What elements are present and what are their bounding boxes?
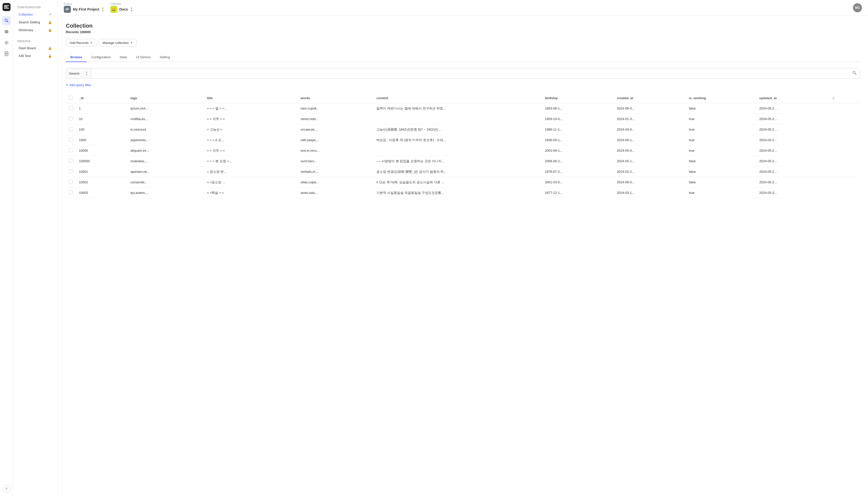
row-checkbox[interactable]	[69, 159, 73, 163]
cell-created-at: 2024-01-3...	[614, 114, 686, 124]
select-all-checkbox[interactable]	[69, 96, 73, 100]
col-header-words: words	[297, 93, 373, 103]
cell-title: = =학설 = =	[204, 187, 298, 198]
collection-chevron-icon[interactable]: ▲▼	[130, 6, 133, 12]
cell-updated-at: 2024-05-2...	[756, 167, 828, 177]
row-checkbox[interactable]	[69, 106, 73, 110]
sidebar-item-dashboard[interactable]: Dash Board 🔒	[15, 44, 56, 52]
cell-is-working: true	[686, 187, 756, 198]
row-checkbox[interactable]	[69, 180, 73, 184]
tab-ui-demos[interactable]: UI Demos	[132, 53, 155, 62]
add-records-button[interactable]: Add Records ▼	[66, 39, 96, 47]
manage-collection-button[interactable]: Manage collection ▼	[99, 39, 137, 47]
collection-label: Collection	[110, 2, 133, 5]
search-type-selector[interactable]: Search ▲▼	[66, 68, 91, 78]
cell-content: # 단순 추가(예: 상습절도의 공소사실에 다른 ...	[373, 177, 542, 187]
sidebar-item-dictionary[interactable]: Dictionary 🔒	[15, 26, 56, 34]
svg-line-14	[855, 74, 856, 75]
table-row: 1000 asperiores,... = = = A 오... odit,sa…	[66, 135, 860, 145]
cell-birthday: 1977-12-1...	[542, 187, 614, 198]
cell-tags: asperiores,...	[127, 135, 204, 145]
cell-is-working: false	[686, 156, 756, 167]
sidebar-item-label: Search Setting	[18, 20, 40, 24]
app-logo	[2, 3, 11, 11]
cell-updated-at: 2024-05-2...	[756, 187, 828, 198]
add-filter-button[interactable]: + Add query filter	[66, 82, 860, 88]
settings-nav-icon[interactable]	[2, 38, 11, 47]
sidebar-item-collection[interactable]: Collection ✓	[15, 10, 56, 18]
collection-selector[interactable]: Collection 😀 Docs ▲▼	[110, 2, 133, 13]
cell-tags: mollitia,ex,...	[127, 114, 204, 124]
svg-rect-6	[5, 31, 8, 32]
search-submit-icon[interactable]	[849, 68, 860, 78]
svg-line-4	[7, 21, 8, 23]
col-header-is-working: is_working	[686, 93, 756, 103]
check-icon: ✓	[49, 12, 52, 16]
tab-browse[interactable]: Browse	[66, 53, 87, 62]
table-row: 10000 aliquam,ex... = = 각주 = = iure,in,r…	[66, 145, 860, 156]
lock-icon: 🔒	[48, 46, 52, 50]
search-input[interactable]	[91, 69, 849, 78]
row-checkbox[interactable]	[69, 117, 73, 120]
table-row: 10002 consectet... = =공소장 ... vitae,culp…	[66, 177, 860, 187]
help-icon[interactable]: ?	[2, 485, 11, 493]
cell-created-at: 2024-06-0...	[614, 103, 686, 114]
sidebar-item-search-setting[interactable]: Search Setting 🔒	[15, 18, 56, 26]
cell-words: vitae,culpa...	[297, 177, 373, 187]
observe-section-label: OBSERVE	[13, 38, 57, 44]
col-header-tags: tags	[127, 93, 204, 103]
cell-content: ---- 사랑방이 봇 편집을 요청하는 곳은 아니지...	[373, 156, 542, 167]
add-column-button[interactable]: +	[831, 96, 835, 100]
search-nav-icon[interactable]	[2, 16, 11, 25]
svg-rect-2	[4, 8, 9, 9]
row-checkbox[interactable]	[69, 191, 73, 194]
project-chevron-icon[interactable]: ▲▼	[101, 6, 104, 12]
project-name: My First Project	[73, 7, 99, 11]
cell-is-working: true	[686, 145, 756, 156]
add-filter-plus-icon: +	[66, 83, 68, 87]
cell-tags: molestias,...	[127, 156, 204, 167]
tab-stats[interactable]: Stats	[115, 53, 132, 62]
row-checkbox[interactable]	[69, 148, 73, 152]
col-header-created-at: created_at	[614, 93, 686, 103]
cell-words: amet,natu...	[297, 187, 373, 198]
cell-content: 일찍이 캐번디시는 열에 대해서 연구하곤 하였...	[373, 103, 542, 114]
cell-updated-at: 2024-05-2...	[756, 156, 828, 167]
cell-updated-at: 2024-05-2...	[756, 145, 828, 156]
cell-is-working: false	[686, 177, 756, 187]
user-avatar[interactable]: MC	[853, 3, 862, 12]
cell-tags: in,nesciunt	[127, 124, 204, 135]
project-selector[interactable]: Project MF My First Project ▲▼	[64, 2, 104, 13]
icon-rail: ?	[0, 0, 13, 498]
table-row: 10001 aperiam,ne... = 공소장 변... veritatis…	[66, 167, 860, 177]
cell-content	[373, 145, 542, 156]
svg-point-8	[6, 42, 7, 43]
sidebar-item-label: A/B Test	[18, 54, 31, 58]
tab-configuration[interactable]: Configuration	[87, 53, 115, 62]
search-bar: Search ▲▼	[66, 68, 860, 79]
row-checkbox[interactable]	[69, 127, 73, 131]
document-nav-icon[interactable]	[2, 49, 11, 58]
layers-nav-icon[interactable]	[2, 27, 11, 36]
collection-name: Docs	[119, 7, 128, 11]
config-section-label: CONFIGURATION	[13, 4, 57, 10]
cell-is-working: false	[686, 167, 756, 177]
cell-birthday: 1978-07-2...	[542, 167, 614, 177]
add-records-label: Add Records	[69, 41, 88, 45]
sidebar-item-ab-test[interactable]: A/B Test 🔒	[15, 52, 56, 60]
cell-words: occaecati,...	[297, 124, 373, 135]
cell-title: = = 각주 = =	[204, 145, 298, 156]
tab-setting[interactable]: Setting	[155, 53, 174, 62]
row-checkbox[interactable]	[69, 169, 73, 173]
table-row: 100000 molestias,... = = = 봇 요청 =... sun…	[66, 156, 860, 167]
main-area: Project MF My First Project ▲▼ Collectio…	[58, 0, 868, 498]
cell-created-at: 2024-02-2...	[614, 167, 686, 177]
row-checkbox[interactable]	[69, 137, 73, 142]
cell-is-working: true	[686, 114, 756, 124]
col-header-title: title	[204, 93, 298, 103]
manage-collection-label: Manage collection	[103, 41, 129, 45]
cell-updated-at: 2024-05-2...	[756, 103, 828, 114]
cell-id: 10001	[76, 167, 127, 177]
cell-words: odit,saepe,...	[297, 135, 373, 145]
table-row: 1 ipsum,mol... = = = 열 = =... nam,cupidi…	[66, 103, 860, 114]
